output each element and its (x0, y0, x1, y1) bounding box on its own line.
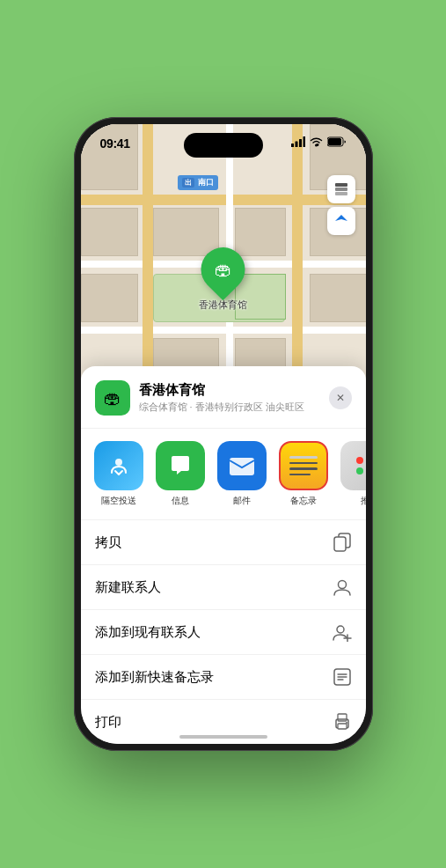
signal-icon (291, 136, 305, 147)
marker-pin: 🏟 (192, 239, 254, 301)
map-block (310, 274, 366, 322)
svg-point-15 (337, 626, 344, 633)
airdrop-icon (106, 453, 131, 478)
map-controls (327, 175, 355, 239)
svg-rect-0 (291, 143, 294, 147)
battery-icon (327, 136, 347, 147)
map-layers-button[interactable] (327, 175, 355, 203)
action-label-new-contact: 新建联系人 (95, 579, 161, 596)
svg-point-4 (315, 144, 318, 147)
action-item-quick-note[interactable]: 添加到新快速备忘录 (81, 655, 366, 700)
share-item-messages[interactable]: 信息 (153, 441, 208, 507)
place-icon: 🏟 (95, 380, 130, 416)
messages-label: 信息 (172, 495, 189, 507)
action-item-copy[interactable]: 拷贝 (81, 520, 366, 565)
svg-rect-2 (299, 139, 302, 147)
svg-rect-13 (334, 537, 346, 551)
svg-rect-6 (328, 138, 341, 145)
person-icon (333, 577, 352, 597)
notes-lines (289, 454, 318, 478)
road-h (81, 327, 366, 334)
share-actions-row: 隔空投送 信息 (81, 429, 366, 520)
stadium-marker: 🏟 香港体育馆 (199, 247, 247, 312)
action-item-add-contact[interactable]: 添加到现有联系人 (81, 610, 366, 655)
road-h (81, 195, 366, 205)
mail-label: 邮件 (233, 495, 251, 507)
svg-point-18 (338, 637, 343, 642)
action-label-copy: 拷贝 (95, 534, 121, 551)
stadium-icon: 🏟 (215, 260, 232, 280)
phone-screen: 09:41 (81, 124, 366, 744)
person-add-icon (333, 622, 352, 642)
svg-rect-25 (338, 724, 347, 729)
action-item-new-contact[interactable]: 新建联系人 (81, 565, 366, 610)
map-block (81, 274, 138, 322)
mail-icon-wrap (217, 441, 267, 490)
messages-icon-wrap (156, 441, 205, 490)
svg-rect-9 (335, 192, 347, 195)
svg-rect-3 (303, 136, 305, 147)
map-block (81, 208, 138, 256)
notes-icon-wrap (279, 441, 328, 490)
place-header: 🏟 香港体育馆 综合体育馆 · 香港特别行政区 油尖旺区 ✕ (81, 380, 366, 429)
location-arrow-icon (333, 213, 349, 229)
svg-rect-7 (335, 183, 347, 187)
place-info: 香港体育馆 综合体育馆 · 香港特别行政区 油尖旺区 (139, 382, 329, 414)
place-name: 香港体育馆 (139, 382, 329, 399)
map-entrance-label: 出 南口 (178, 175, 219, 190)
printer-icon (333, 712, 352, 732)
action-label-quick-note: 添加到新快速备忘录 (95, 669, 214, 686)
action-label-add-contact: 添加到现有联系人 (95, 624, 201, 641)
action-list: 拷贝 新建联系人 添加到现有联系人 (81, 520, 366, 744)
mail-icon (228, 455, 256, 476)
svg-rect-24 (338, 714, 347, 721)
home-indicator (179, 735, 267, 739)
svg-point-26 (346, 722, 347, 724)
share-item-more[interactable]: 推 (338, 441, 366, 507)
svg-rect-8 (335, 188, 347, 191)
layers-icon (333, 181, 349, 197)
copy-icon (333, 533, 352, 552)
phone-frame: 09:41 (74, 117, 373, 751)
status-icons (291, 136, 347, 147)
share-item-mail[interactable]: 邮件 (215, 441, 269, 507)
notes-label: 备忘录 (290, 495, 317, 507)
airdrop-icon-wrap (94, 441, 143, 490)
messages-icon (167, 453, 194, 478)
map-location-button[interactable] (327, 207, 355, 235)
share-item-airdrop[interactable]: 隔空投送 (91, 441, 146, 507)
wifi-icon (310, 136, 323, 147)
note-icon (333, 667, 352, 687)
action-label-print: 打印 (95, 714, 121, 731)
more-icon-wrap (340, 441, 366, 490)
svg-rect-1 (295, 142, 297, 148)
share-item-notes[interactable]: 备忘录 (276, 441, 331, 507)
more-label: 推 (361, 495, 366, 507)
status-time: 09:41 (100, 136, 130, 151)
dynamic-island (184, 133, 263, 158)
close-button[interactable]: ✕ (329, 386, 352, 409)
svg-point-10 (115, 459, 122, 466)
more-dots (356, 457, 366, 474)
place-description: 综合体育馆 · 香港特别行政区 油尖旺区 (139, 401, 329, 414)
airdrop-label: 隔空投送 (101, 495, 136, 507)
svg-point-14 (338, 581, 346, 589)
bottom-sheet: 🏟 香港体育馆 综合体育馆 · 香港特别行政区 油尖旺区 ✕ (81, 366, 366, 744)
